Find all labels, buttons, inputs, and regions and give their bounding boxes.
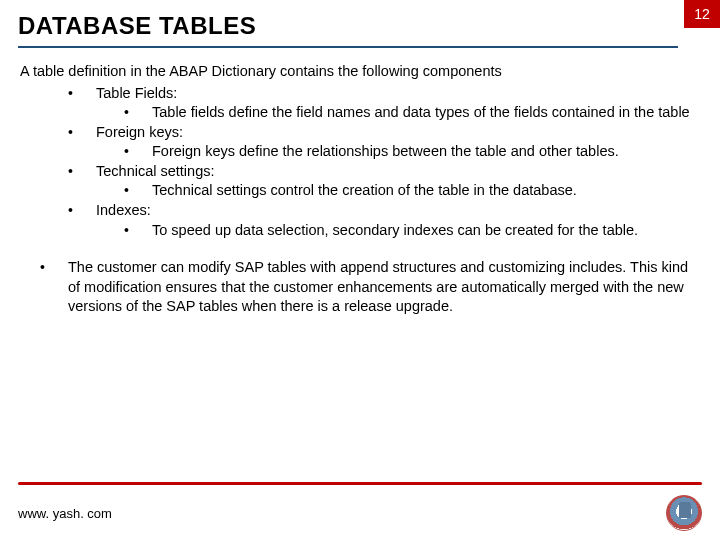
list-item: Technical settings: Technical settings c…	[68, 162, 700, 201]
page-number-badge: 12	[684, 0, 720, 28]
component-label: Technical settings:	[96, 163, 214, 179]
slide-title: DATABASE TABLES	[18, 12, 684, 40]
intro-text: A table definition in the ABAP Dictionar…	[20, 62, 700, 82]
component-label: Table Fields:	[96, 85, 177, 101]
slide-footer: www. yash. com	[0, 482, 720, 540]
list-item: Foreign keys: Foreign keys define the re…	[68, 123, 700, 162]
slide-body: A table definition in the ABAP Dictionar…	[0, 48, 720, 317]
component-label: Indexes:	[96, 202, 151, 218]
component-label: Foreign keys:	[96, 124, 183, 140]
component-detail: Table fields define the field names and …	[124, 103, 700, 123]
list-item: Table Fields: Table fields define the fi…	[68, 84, 700, 123]
footer-url: www. yash. com	[18, 506, 112, 521]
note-text: The customer can modify SAP tables with …	[40, 258, 700, 317]
component-detail: Foreign keys define the relationships be…	[124, 142, 700, 162]
components-list: Table Fields: Table fields define the fi…	[20, 84, 700, 241]
component-detail: To speed up data selection, secondary in…	[124, 221, 700, 241]
component-detail: Technical settings control the creation …	[124, 181, 700, 201]
note-list: The customer can modify SAP tables with …	[20, 258, 700, 317]
company-logo-icon	[666, 495, 702, 531]
list-item: Indexes: To speed up data selection, sec…	[68, 201, 700, 240]
